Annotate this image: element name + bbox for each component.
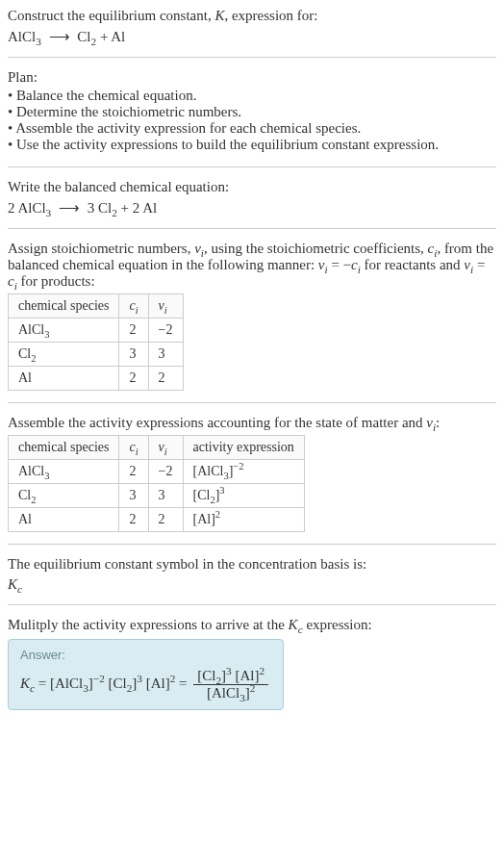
- cell-nu: 3: [148, 343, 183, 367]
- num-b: [Al]: [235, 668, 259, 683]
- sp: Cl: [18, 488, 31, 502]
- cell-nu: −2: [148, 460, 183, 484]
- stoich-table: chemical species ci νi AlCl3 2 −2 Cl2 3 …: [8, 293, 184, 391]
- col-species: chemical species: [9, 436, 119, 460]
- activity-table: chemical species ci νi activity expressi…: [8, 435, 305, 532]
- ans-eq: =: [35, 676, 50, 691]
- cell-nu: 2: [148, 508, 183, 532]
- act: [Al]: [193, 512, 215, 526]
- eq2-l: ν: [464, 257, 470, 272]
- cell-nu: 2: [148, 367, 183, 391]
- ans-t2: [Cl: [109, 676, 127, 691]
- ans-t3: [Al]: [146, 676, 170, 691]
- product-b: Al: [111, 29, 125, 44]
- nu: ν: [194, 241, 201, 256]
- col-c: ci: [119, 436, 148, 460]
- plan-item: Balance the chemical equation.: [8, 88, 496, 104]
- plus: +: [96, 29, 111, 44]
- cell-species: AlCl3: [9, 319, 119, 343]
- plan-item: Determine the stoichiometric numbers.: [8, 104, 496, 120]
- act: [AlCl: [193, 464, 224, 478]
- sp: Al: [18, 512, 32, 526]
- answer-expression: Kc = [AlCl3]−2 [Cl2]3 [Al]2 = [Cl2]3 [Al…: [20, 668, 271, 701]
- multiply-K: K: [289, 617, 298, 632]
- eq2-r: c: [8, 273, 14, 289]
- balanced-equation: 2 AlCl3 ⟶ 3 Cl2 + 2 Al: [8, 199, 496, 217]
- table-row: AlCl3 2 −2 [AlCl3]−2: [9, 460, 305, 484]
- answer-box: Answer: Kc = [AlCl3]−2 [Cl2]3 [Al]2 = [C…: [8, 639, 284, 710]
- plan-section: Plan: Balance the chemical equation. Det…: [8, 69, 496, 167]
- bal-c3: 2 Al: [133, 200, 157, 216]
- sp-sub: 2: [31, 353, 36, 364]
- ans-K: K: [20, 676, 30, 691]
- cell-activity: [AlCl3]−2: [183, 460, 304, 484]
- stoich-section: Assign stoichiometric numbers, νi, using…: [8, 241, 496, 403]
- num-b-exp: 2: [259, 665, 265, 676]
- den-a: [AlCl: [207, 685, 239, 701]
- cell-species: Cl2: [9, 343, 119, 367]
- den-a-exp: 2: [250, 682, 256, 694]
- sp-sub: 3: [44, 329, 49, 340]
- sp-sub: 2: [31, 495, 36, 505]
- sp: AlCl: [18, 322, 44, 337]
- cell-species: Al: [9, 508, 119, 532]
- multiply-section: Mulitply the activity expressions to arr…: [8, 617, 496, 722]
- cell-c: 2: [119, 508, 148, 532]
- table-header-row: chemical species ci νi: [9, 294, 184, 319]
- reactant-sub: 3: [36, 36, 41, 47]
- stoich-text-a: Assign stoichiometric numbers,: [8, 241, 194, 256]
- col-c-sub: i: [136, 305, 139, 316]
- cell-c: 2: [119, 319, 148, 343]
- table-row: Al 2 2 [Al]2: [9, 508, 305, 532]
- answer-label: Answer:: [20, 648, 271, 662]
- kc-K: K: [8, 576, 17, 592]
- bal-c1: 2 AlCl: [8, 200, 46, 216]
- fraction-num: [Cl2]3 [Al]2: [193, 668, 268, 685]
- bal-c2: 3 Cl: [88, 200, 112, 216]
- table-header-row: chemical species ci νi activity expressi…: [9, 436, 305, 460]
- bal-c1-sub: 3: [46, 207, 52, 218]
- kc-symbol-text: The equilibrium constant symbol in the c…: [8, 556, 496, 573]
- intro-reaction: AlCl3 ⟶ Cl2 + Al: [8, 28, 496, 45]
- plan-list: Balance the chemical equation. Determine…: [8, 88, 496, 153]
- table-row: AlCl3 2 −2: [9, 319, 184, 343]
- cell-activity: [Al]2: [183, 508, 304, 532]
- col-c-sub: i: [136, 446, 139, 457]
- col-c: ci: [119, 294, 148, 319]
- ans-t1: [AlCl: [50, 676, 83, 691]
- intro-section: Construct the equilibrium constant, K, e…: [8, 8, 496, 58]
- plan-item: Assemble the activity expression for eac…: [8, 120, 496, 137]
- col-nu: νi: [148, 294, 183, 319]
- fraction-den: [AlCl3]2: [193, 685, 268, 701]
- act-exp: 3: [219, 485, 224, 496]
- num-a: [Cl: [197, 668, 215, 683]
- eq1-r: c: [351, 257, 358, 272]
- stoich-text-b: , using the stoichiometric coefficients,: [204, 241, 428, 256]
- cell-c: 2: [119, 460, 148, 484]
- act-exp: −2: [233, 461, 243, 472]
- plan-item: Use the activity expressions to build th…: [8, 137, 496, 153]
- cell-nu: −2: [148, 319, 183, 343]
- sp: AlCl: [18, 464, 44, 478]
- balanced-header: Write the balanced chemical equation:: [8, 179, 496, 195]
- col-nu: νi: [148, 436, 183, 460]
- ans-eq2: =: [175, 676, 190, 691]
- table-row: Cl2 3 3 [Cl2]3: [9, 484, 305, 508]
- product-a: Cl: [77, 29, 90, 44]
- arrow-icon: ⟶: [55, 200, 84, 216]
- kc-symbol-section: The equilibrium constant symbol in the c…: [8, 556, 496, 605]
- table-row: Al 2 2: [9, 367, 184, 391]
- activity-text: Assemble the activity expressions accoun…: [8, 415, 496, 431]
- col-nu-sub: i: [164, 305, 167, 316]
- act-exp: 2: [215, 509, 220, 520]
- balanced-section: Write the balanced chemical equation: 2 …: [8, 179, 496, 229]
- sp: Cl: [18, 346, 31, 361]
- cell-species: Al: [9, 367, 119, 391]
- cell-c: 3: [119, 343, 148, 367]
- act: [Cl: [193, 488, 211, 502]
- intro-text-1b: , expression for:: [224, 8, 317, 23]
- table-row: Cl2 3 3: [9, 343, 184, 367]
- activity-nu: ν: [426, 415, 433, 430]
- sp-sub: 3: [44, 471, 49, 481]
- plan-header: Plan:: [8, 69, 496, 86]
